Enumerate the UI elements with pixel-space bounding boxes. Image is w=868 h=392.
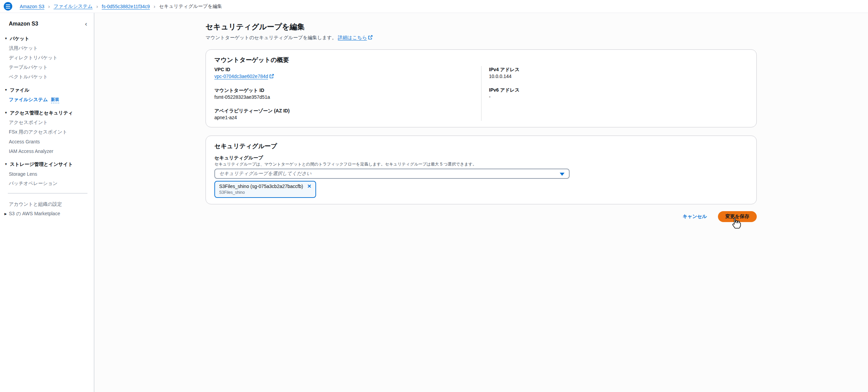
sidebar-divider bbox=[8, 193, 87, 193]
sidebar-section-header-access-management[interactable]: ▼ アクセス管理とセキュリティ bbox=[0, 109, 94, 116]
sidebar-section-storage-insights: ▼ ストレージ管理とインサイト Storage Lens バッチオペレーション bbox=[0, 161, 94, 188]
external-link-icon bbox=[269, 74, 274, 79]
sidebar-title: Amazon S3 bbox=[9, 20, 38, 27]
triangle-down-icon: ▼ bbox=[4, 87, 7, 93]
sidebar-item-aws-marketplace[interactable]: ▶ S3 の AWS Marketplace bbox=[0, 209, 94, 219]
sidebar-item-storage-lens[interactable]: Storage Lens bbox=[0, 169, 94, 179]
mount-target-overview-panel: マウントターゲットの概要 VPC ID vpc-0704dc3ae602e784… bbox=[206, 49, 757, 127]
save-changes-button[interactable]: 変更を保存 bbox=[718, 211, 757, 222]
external-link-icon bbox=[368, 35, 373, 41]
mount-target-id-label: マウントターゲット ID bbox=[214, 87, 481, 94]
sidebar-item-access-grants[interactable]: Access Grants bbox=[0, 137, 94, 146]
sidebar-section-header-buckets[interactable]: ▼ バケット bbox=[0, 35, 94, 42]
mount-target-id-value: fsmt-05228323ae357d51a bbox=[214, 94, 481, 100]
ipv6-address-value: - bbox=[489, 93, 748, 100]
dismiss-icon[interactable]: ✕ bbox=[307, 183, 312, 190]
select-placeholder: セキュリティグループを選択してください bbox=[219, 171, 311, 177]
ipv6-address-label: IPv6 アドレス bbox=[489, 87, 748, 93]
learn-more-link[interactable]: 詳細はこちら bbox=[338, 35, 367, 40]
new-badge: 新規 bbox=[51, 97, 59, 103]
ipv6-address-field: IPv6 アドレス - bbox=[489, 87, 748, 100]
sidebar-item-general-purpose-buckets[interactable]: 汎用バケット bbox=[0, 44, 94, 53]
hamburger-menu-icon[interactable] bbox=[4, 2, 12, 11]
security-group-field-label: セキュリティグループ bbox=[214, 154, 748, 161]
availability-zone-label: アベイラビリティーゾーン (AZ ID) bbox=[214, 107, 481, 114]
sidebar-item-access-points-for-fsx[interactable]: FSx 用のアクセスポイント bbox=[0, 127, 94, 137]
vpc-id-field: VPC ID vpc-0704dc3ae602e784d bbox=[214, 66, 481, 80]
token-label: S3Files_shino (sg-075a3cb2a27baccfb) bbox=[219, 183, 303, 190]
collapse-sidebar-icon[interactable]: ‹ bbox=[85, 21, 87, 27]
breadcrumb-current-page: セキュリティグループを編集 bbox=[159, 3, 222, 10]
triangle-down-icon: ▼ bbox=[4, 109, 7, 116]
caret-down-icon bbox=[560, 173, 564, 176]
vpc-id-label: VPC ID bbox=[214, 66, 481, 73]
availability-zone-field: アベイラビリティーゾーン (AZ ID) apne1-az4 bbox=[214, 107, 481, 121]
sidebar-section-header-storage-insights[interactable]: ▼ ストレージ管理とインサイト bbox=[0, 161, 94, 168]
breadcrumb-link-file-system-id[interactable]: fs-0d55c3882e11f34c9 bbox=[102, 4, 150, 9]
breadcrumb-separator-icon: › bbox=[48, 4, 50, 9]
top-navigation-bar: Amazon S3 › ファイルシステム › fs-0d55c3882e11f3… bbox=[0, 0, 868, 13]
availability-zone-value: apne1-az4 bbox=[214, 114, 481, 121]
sidebar-item-iam-access-analyzer[interactable]: IAM Access Analyzer bbox=[0, 146, 94, 156]
main-content-area: セキュリティグループを編集 マウントターゲットのセキュリティグループを編集します… bbox=[94, 13, 868, 392]
sidebar-item-directory-buckets[interactable]: ディレクトリバケット bbox=[0, 53, 94, 63]
sidebar-section-header-files[interactable]: ▼ ファイル bbox=[0, 87, 94, 93]
breadcrumb-separator-icon: › bbox=[153, 4, 155, 9]
breadcrumb-link-file-systems[interactable]: ファイルシステム bbox=[53, 3, 93, 10]
sidebar-section-buckets: ▼ バケット 汎用バケット ディレクトリバケット テーブルバケット ベクトルバケ… bbox=[0, 35, 94, 82]
ipv4-address-label: IPv4 アドレス bbox=[489, 66, 748, 73]
triangle-right-icon: ▶ bbox=[4, 212, 7, 216]
page-title: セキュリティグループを編集 bbox=[206, 13, 757, 31]
sidebar-section-access-management: ▼ アクセス管理とセキュリティ アクセスポイント FSx 用のアクセスポイント … bbox=[0, 109, 94, 156]
security-group-field-description: セキュリティグループは、マウントターゲットとの間のトラフィックフローを定義します… bbox=[214, 161, 748, 167]
ipv4-address-value: 10.0.0.144 bbox=[489, 73, 748, 80]
sidebar: Amazon S3 ‹ ▼ バケット 汎用バケット ディレクトリバケット テーブ… bbox=[0, 13, 94, 392]
sidebar-item-account-settings[interactable]: アカウントと組織の設定 bbox=[0, 200, 94, 209]
mount-target-id-field: マウントターゲット ID fsmt-05228323ae357d51a bbox=[214, 87, 481, 100]
cancel-button[interactable]: キャンセル bbox=[683, 214, 707, 220]
breadcrumb-separator-icon: › bbox=[96, 4, 98, 9]
breadcrumb-link-amazon-s3[interactable]: Amazon S3 bbox=[20, 4, 44, 9]
sidebar-item-batch-operations[interactable]: バッチオペレーション bbox=[0, 179, 94, 188]
sidebar-item-vector-buckets[interactable]: ベクトルバケット bbox=[0, 72, 94, 82]
token-description: S3Files_shino bbox=[219, 190, 311, 195]
ipv4-address-field: IPv4 アドレス 10.0.0.144 bbox=[489, 66, 748, 80]
sidebar-item-file-systems[interactable]: ファイルシステム 新規 bbox=[0, 95, 94, 105]
sidebar-section-files: ▼ ファイル ファイルシステム 新規 bbox=[0, 87, 94, 105]
page-subtitle: マウントターゲットのセキュリティグループを編集します。 詳細はこちら bbox=[206, 34, 757, 41]
security-group-panel: セキュリティグループ セキュリティグループ セキュリティグループは、マウントター… bbox=[206, 136, 757, 204]
sidebar-item-access-points[interactable]: アクセスポイント bbox=[0, 118, 94, 127]
sidebar-item-table-buckets[interactable]: テーブルバケット bbox=[0, 63, 94, 72]
overview-panel-title: マウントターゲットの概要 bbox=[214, 56, 748, 64]
form-actions: キャンセル 変更を保存 bbox=[206, 211, 757, 222]
triangle-down-icon: ▼ bbox=[4, 35, 7, 42]
vpc-id-link[interactable]: vpc-0704dc3ae602e784d bbox=[214, 74, 268, 79]
selected-security-group-token: S3Files_shino (sg-075a3cb2a27baccfb) ✕ S… bbox=[214, 181, 316, 198]
security-group-select[interactable]: セキュリティグループを選択してください bbox=[214, 169, 570, 179]
security-group-panel-title: セキュリティグループ bbox=[214, 142, 748, 150]
breadcrumb: Amazon S3 › ファイルシステム › fs-0d55c3882e11f3… bbox=[20, 3, 222, 10]
triangle-down-icon: ▼ bbox=[4, 161, 7, 168]
